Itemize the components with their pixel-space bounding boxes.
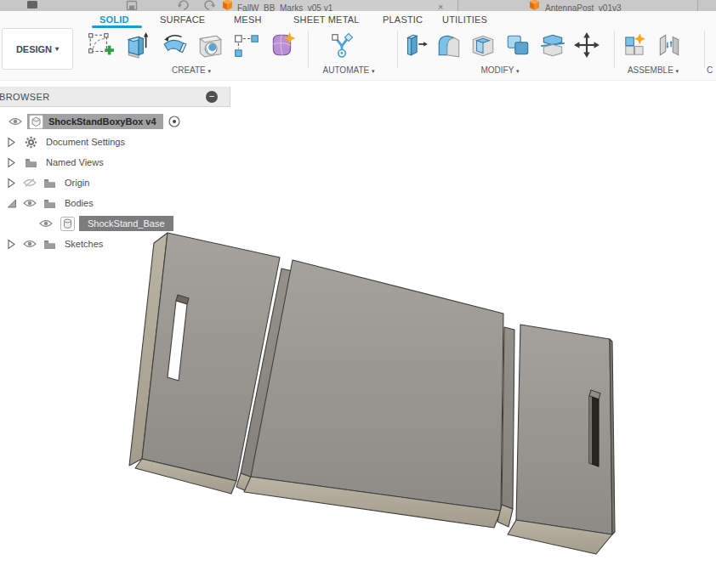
extrude-icon[interactable] [124,31,151,59]
row-label: Document Settings [46,137,125,147]
folder-icon [43,178,56,189]
tab1-label[interactable]: FallW_BB_Marks_v05 v1 [237,0,332,11]
eye-icon[interactable] [39,218,53,229]
expand-arrow-icon[interactable] [7,178,16,189]
apps-grid-icon[interactable] [26,0,39,10]
root-component-label: ShockStandBoxyBox v4 [48,116,156,127]
assemble-group-label[interactable]: ASSEMBLE ▾ [598,65,708,75]
browser-title: BROWSER [0,92,50,102]
body-selection[interactable]: ShockStand_Base [79,216,173,231]
folder-icon [43,239,56,250]
folder-icon [25,157,37,168]
browser-row-shockstand-base[interactable]: ShockStand_Base [0,216,173,231]
browser-panel-header[interactable]: BROWSER − [0,87,230,107]
collapse-arrow-icon[interactable] [7,198,17,209]
row-label: Named Views [46,157,104,167]
automate-group-label[interactable]: AUTOMATE ▾ [293,65,404,75]
joint-icon[interactable] [656,31,683,59]
document-tab-bar: FallW_BB_Marks_v05 v1 × AntennaPost_v01v… [0,0,716,11]
tab-separator [457,0,458,11]
expand-arrow-icon[interactable] [7,157,16,168]
fusion-document-icon [221,0,234,11]
group-divider [704,31,705,68]
browser-row-origin[interactable]: Origin [0,175,89,190]
press-pull-icon[interactable] [401,31,429,59]
chevron-down-icon: ▾ [55,45,59,53]
pattern-icon[interactable] [233,31,260,59]
collapse-browser-button[interactable]: − [206,91,218,103]
tab-surface[interactable]: SURFACE [160,14,205,25]
browser-row-named-views[interactable]: Named Views [0,155,104,170]
design-label: DESIGN [16,44,52,54]
next-group-partial-label: C [707,65,713,75]
create-form-icon[interactable] [269,31,296,59]
split-body-icon[interactable] [539,31,566,59]
body-label: ShockStand_Base [88,218,165,229]
group-divider [397,31,398,68]
chevron-down-icon: ▾ [516,68,520,74]
browser-row-bodies[interactable]: Bodies [0,195,94,211]
browser-row-root[interactable]: ShockStandBoxyBox v4 [0,114,181,129]
folder-icon [43,198,56,209]
tab1-close-icon[interactable]: × [438,0,443,11]
model-body[interactable] [129,233,615,554]
fusion-document-icon [528,0,541,11]
group-divider [614,31,615,68]
chevron-down-icon: ▾ [676,68,679,74]
design-dropdown[interactable]: DESIGN ▾ [2,28,73,70]
fillet-icon[interactable] [435,31,463,59]
right-slot-highlight [589,396,592,464]
center-panel-front-face[interactable] [251,260,503,511]
create-sketch-icon[interactable] [88,31,115,59]
expand-arrow-icon[interactable] [7,239,16,250]
group-divider [308,31,309,68]
modify-group-label[interactable]: MODIFY ▾ [445,65,555,75]
browser-row-document-settings[interactable]: Document Settings [0,134,125,150]
tab-plastic[interactable]: PLASTIC [383,14,423,25]
automate-label-text: AUTOMATE [323,65,370,75]
automate-icon[interactable] [328,31,355,59]
component-document-icon [29,115,43,129]
create-group-label[interactable]: CREATE ▾ [136,65,247,75]
eye-off-icon[interactable] [23,178,37,188]
row-label: Sketches [65,239,103,249]
new-component-icon[interactable] [622,31,649,59]
assemble-label-text: ASSEMBLE [628,65,673,75]
create-label-text: CREATE [172,65,206,75]
gear-icon [25,136,37,149]
bend-face-2[interactable] [502,327,514,509]
expand-arrow-icon[interactable] [7,137,16,148]
shell-icon[interactable] [469,31,497,59]
chevron-down-icon: ▾ [208,68,212,74]
tab-utilities[interactable]: UTILITIES [442,14,487,25]
active-tab-underline [92,25,142,28]
activate-component-radio[interactable] [168,115,181,128]
tab-separator [697,0,698,11]
undo-icon[interactable] [177,0,190,10]
modify-label-text: MODIFY [480,65,514,75]
revolve-icon[interactable] [161,31,188,59]
row-label: Bodies [65,198,94,208]
row-label: Origin [65,178,89,188]
combine-icon[interactable] [504,31,531,59]
eye-icon[interactable] [23,239,37,249]
tab-sheet-metal[interactable]: SHEET METAL [293,14,360,25]
hole-icon[interactable] [196,31,224,59]
ribbon-toolbar: DESIGN ▾ SOLID SURFACE MESH SHEET METAL … [0,11,716,81]
save-icon[interactable] [125,0,139,10]
root-selection[interactable]: ShockStandBoxyBox v4 [27,114,163,129]
browser-row-sketches[interactable]: Sketches [0,236,103,252]
tab-solid[interactable]: SOLID [99,14,129,25]
move-icon[interactable] [573,31,600,59]
eye-icon[interactable] [9,116,22,127]
redo-icon[interactable] [202,0,216,10]
tab-mesh[interactable]: MESH [234,14,262,25]
chevron-down-icon: ▾ [372,68,375,74]
tab2-label[interactable]: AntennaPost_v01v3 [545,0,622,11]
body-icon [60,217,75,231]
eye-icon[interactable] [23,198,37,208]
